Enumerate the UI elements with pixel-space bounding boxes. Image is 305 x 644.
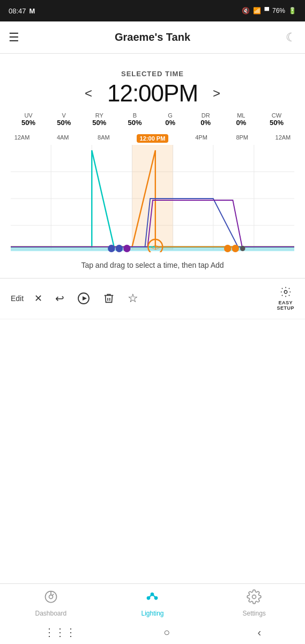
easy-setup-label-2: SETUP xyxy=(277,306,294,311)
time-axis-label: 8PM xyxy=(234,134,250,143)
channel-value: 0% xyxy=(165,119,175,127)
time-axis-label: 8AM xyxy=(95,134,111,143)
selected-time-section: SELECTED TIME < 12:00PM > UV 50%V 50%RY … xyxy=(0,70,305,252)
svg-point-14 xyxy=(108,245,115,252)
page-title: Graeme's Tank xyxy=(115,31,190,43)
wifi-icon: 📶 xyxy=(253,7,261,14)
toolbar-icons: ✕ ↩ ☆ xyxy=(34,291,277,305)
easy-setup-button[interactable]: EASY SETUP xyxy=(277,286,294,311)
channel-item-dr: DR 0% xyxy=(188,112,224,127)
mute-icon: 🔇 xyxy=(242,7,250,14)
channel-name: ML xyxy=(237,112,245,119)
time-row: < 12:00PM > xyxy=(80,80,225,107)
android-nav-bar: ⋮⋮⋮ ○ ‹ xyxy=(0,620,305,644)
play-button[interactable] xyxy=(77,292,90,305)
time-axis-label: 12AM xyxy=(14,134,30,143)
svg-point-19 xyxy=(240,246,246,251)
channel-value: 0% xyxy=(236,119,246,127)
channel-item-b: B 50% xyxy=(117,112,152,127)
nav-item-settings[interactable]: Settings xyxy=(233,589,276,617)
channel-values: UV 50%V 50%RY 50%B 50%G 0%DR 0%ML 0%CW xyxy=(11,112,294,127)
channel-value: 0% xyxy=(200,119,211,127)
svg-point-22 xyxy=(284,290,287,294)
channel-name: UV xyxy=(24,112,32,119)
svg-point-17 xyxy=(224,245,231,252)
channel-name: V xyxy=(62,112,66,119)
channel-value: 50% xyxy=(270,119,284,127)
status-email-icon: M xyxy=(29,7,35,15)
status-time: 08:47 xyxy=(9,7,26,15)
status-left: 08:47 M xyxy=(9,7,35,15)
chart-area[interactable]: ◁▷ xyxy=(11,145,294,252)
channel-name: G xyxy=(168,112,173,119)
edit-toolbar: Edit ✕ ↩ ☆ xyxy=(0,279,305,319)
close-button[interactable]: ✕ xyxy=(34,292,42,304)
hamburger-icon[interactable]: ☰ xyxy=(9,31,19,45)
lighting-icon xyxy=(145,589,160,608)
undo-button[interactable]: ↩ xyxy=(55,292,64,305)
channel-item-uv: UV 50% xyxy=(11,112,46,127)
bottom-nav-items: Dashboard Lighting Setting xyxy=(0,584,305,620)
android-home-button[interactable]: ○ xyxy=(163,626,170,639)
signal-icon: ▀ xyxy=(264,7,269,14)
dashboard-label: Dashboard xyxy=(35,610,66,617)
status-bar: 08:47 M 🔇 📶 ▀ 76% 🔋 xyxy=(0,0,305,21)
selected-time-label: SELECTED TIME xyxy=(121,70,184,78)
time-axis-label: 12:00 PM xyxy=(137,134,169,143)
time-axis: 12AM4AM8AM12:00 PM4PM8PM12AM xyxy=(11,134,294,143)
channel-name: CW xyxy=(272,112,281,119)
channel-name: RY xyxy=(95,112,103,119)
battery-text: 76% xyxy=(272,7,285,14)
svg-text:◁▷: ◁▷ xyxy=(151,243,161,250)
nav-item-dashboard[interactable]: Dashboard xyxy=(29,589,72,617)
svg-marker-21 xyxy=(83,296,87,301)
prev-time-button[interactable]: < xyxy=(80,86,96,101)
channel-value: 50% xyxy=(21,119,35,127)
status-right: 🔇 📶 ▀ 76% 🔋 xyxy=(242,7,296,14)
battery-icon: 🔋 xyxy=(288,7,296,14)
instruction-text: Tap and drag to select a time, then tap … xyxy=(0,252,305,279)
svg-point-30 xyxy=(252,595,256,599)
time-axis-label: 12AM xyxy=(275,134,291,143)
channel-item-g: G 0% xyxy=(153,112,188,127)
edit-label: Edit xyxy=(11,294,24,303)
svg-point-16 xyxy=(123,245,130,252)
easy-setup-icon xyxy=(280,286,292,301)
channel-name: DR xyxy=(202,112,210,119)
bottom-nav: Dashboard Lighting Setting xyxy=(0,583,305,644)
channel-value: 50% xyxy=(57,119,71,127)
next-time-button[interactable]: > xyxy=(209,86,225,101)
channel-item-ry: RY 50% xyxy=(81,112,117,127)
moon-icon[interactable]: ☾ xyxy=(286,31,296,45)
channel-value: 50% xyxy=(128,119,142,127)
channel-item-v: V 50% xyxy=(46,112,81,127)
svg-point-18 xyxy=(232,245,239,252)
main-content: SELECTED TIME < 12:00PM > UV 50%V 50%RY … xyxy=(0,54,305,319)
dashboard-icon xyxy=(43,589,58,608)
svg-point-15 xyxy=(116,245,123,252)
lighting-label: Lighting xyxy=(141,610,163,617)
channel-item-ml: ML 0% xyxy=(224,112,259,127)
settings-label: Settings xyxy=(242,610,265,617)
time-axis-label: 4AM xyxy=(55,134,71,143)
android-back-button[interactable]: ‹ xyxy=(258,626,262,639)
time-display: 12:00PM xyxy=(107,80,198,107)
svg-line-26 xyxy=(52,594,54,596)
channel-value: 50% xyxy=(92,119,106,127)
settings-icon xyxy=(247,589,262,608)
channel-name: B xyxy=(133,112,137,119)
channel-item-cw: CW 50% xyxy=(259,112,294,127)
nav-bar: ☰ Graeme's Tank ☾ xyxy=(0,21,305,54)
favorite-button[interactable]: ☆ xyxy=(128,291,138,305)
nav-item-lighting[interactable]: Lighting xyxy=(131,589,174,617)
time-axis-label: 4PM xyxy=(194,134,210,143)
delete-button[interactable] xyxy=(103,292,115,304)
android-menu-button[interactable]: ⋮⋮⋮ xyxy=(44,626,76,639)
